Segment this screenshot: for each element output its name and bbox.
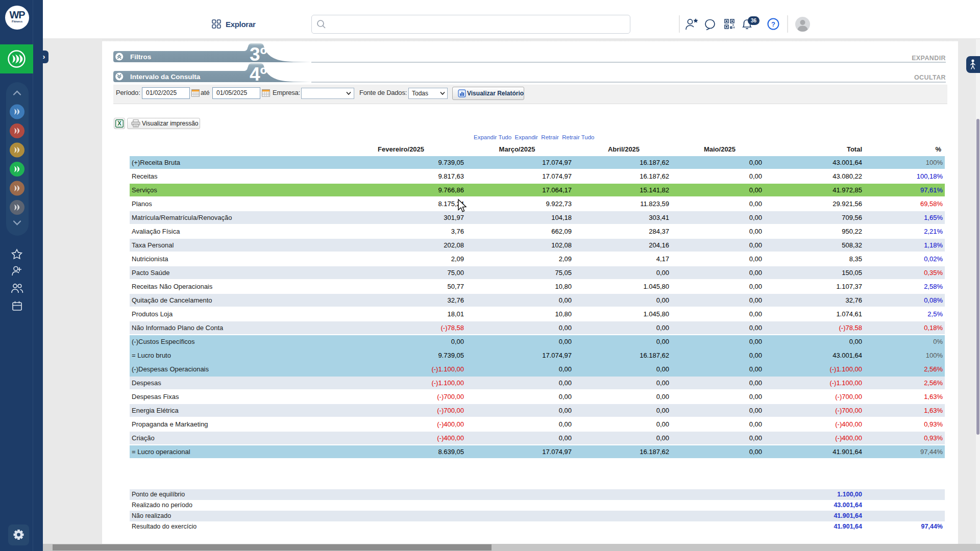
svg-text:4º: 4º <box>250 64 267 83</box>
svg-text:?: ? <box>771 20 775 28</box>
svg-text:3º: 3º <box>250 44 267 63</box>
svg-text:Intervalo da Consulta: Intervalo da Consulta <box>130 73 201 81</box>
svg-text:X: X <box>117 120 121 127</box>
svg-text:Filtros: Filtros <box>130 53 151 61</box>
